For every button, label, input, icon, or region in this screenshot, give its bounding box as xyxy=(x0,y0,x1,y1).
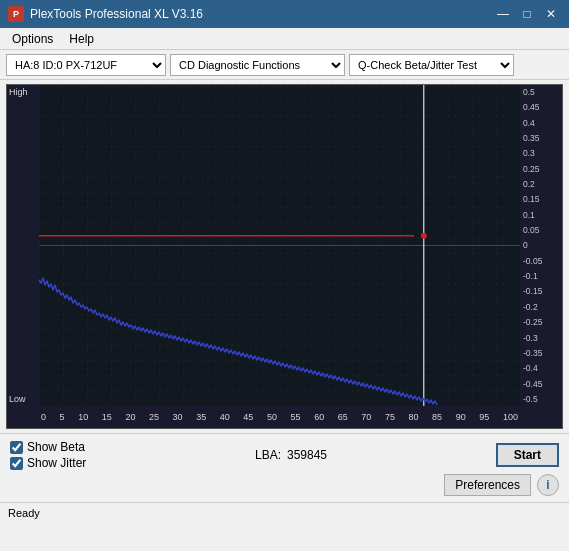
status-text: Ready xyxy=(8,507,40,519)
info-button[interactable]: i xyxy=(537,474,559,496)
function-select[interactable]: CD Diagnostic Functions xyxy=(170,54,345,76)
chart-container: High Low xyxy=(6,84,563,429)
menu-options[interactable]: Options xyxy=(4,30,61,48)
status-bar: Ready xyxy=(0,502,569,522)
show-beta-checkbox[interactable] xyxy=(10,441,23,454)
show-jitter-checkbox[interactable] xyxy=(10,457,23,470)
bottom-buttons: Start xyxy=(496,443,559,467)
lba-value: 359845 xyxy=(287,448,327,462)
x-axis: 0 5 10 15 20 25 30 35 40 45 50 55 60 65 … xyxy=(39,406,520,428)
bottom-panel: Show Beta Show Jitter LBA: 359845 Start … xyxy=(0,433,569,502)
maximize-button[interactable]: □ xyxy=(517,5,537,23)
app-icon: P xyxy=(8,6,24,22)
svg-point-8 xyxy=(421,233,427,239)
toolbar: HA:8 ID:0 PX-712UF CD Diagnostic Functio… xyxy=(0,50,569,80)
menu-help[interactable]: Help xyxy=(61,30,102,48)
title-bar: P PlexTools Professional XL V3.16 — □ ✕ xyxy=(0,0,569,28)
y-label-low: Low xyxy=(9,394,26,404)
device-select[interactable]: HA:8 ID:0 PX-712UF xyxy=(6,54,166,76)
menu-bar: Options Help xyxy=(0,28,569,50)
y-label-high: High xyxy=(9,87,28,97)
test-select[interactable]: Q-Check Beta/Jitter Test xyxy=(349,54,514,76)
window-title: PlexTools Professional XL V3.16 xyxy=(30,7,203,21)
show-jitter-label[interactable]: Show Jitter xyxy=(10,456,86,470)
window-controls: — □ ✕ xyxy=(493,5,561,23)
y-axis-right: 0.5 0.45 0.4 0.35 0.3 0.25 0.2 0.15 0.1 … xyxy=(520,85,562,406)
chart-plot xyxy=(39,85,520,406)
lba-label: LBA: xyxy=(255,448,281,462)
close-button[interactable]: ✕ xyxy=(541,5,561,23)
show-beta-label[interactable]: Show Beta xyxy=(10,440,86,454)
preferences-button[interactable]: Preferences xyxy=(444,474,531,496)
lba-section: LBA: 359845 xyxy=(255,448,327,462)
chart-svg xyxy=(39,85,520,406)
title-bar-left: P PlexTools Professional XL V3.16 xyxy=(8,6,203,22)
start-button[interactable]: Start xyxy=(496,443,559,467)
minimize-button[interactable]: — xyxy=(493,5,513,23)
bottom-row1: Show Beta Show Jitter LBA: 359845 Start xyxy=(10,440,559,470)
bottom-row2: Preferences i xyxy=(10,474,559,496)
